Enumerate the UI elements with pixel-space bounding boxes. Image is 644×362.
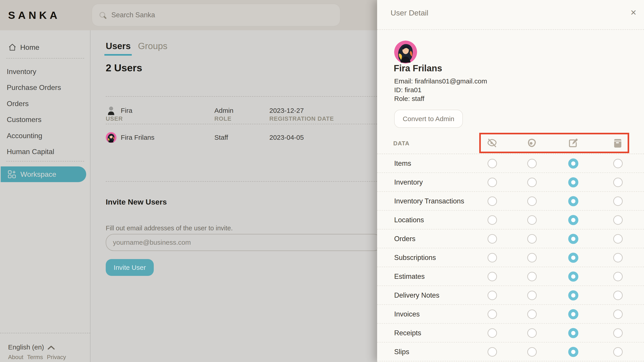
permission-row: Estimates [377, 267, 644, 286]
tab-users-active[interactable]: Users [106, 41, 131, 51]
table-divider [106, 96, 377, 97]
permission-radio-hide[interactable] [488, 215, 497, 225]
permission-radio-view[interactable] [527, 234, 537, 244]
permission-radio-archive[interactable] [613, 253, 623, 262]
search-input[interactable] [111, 4, 327, 26]
sidebar-item-human-capital[interactable]: Human Capital [0, 144, 90, 159]
sidebar: Home Inventory Purchase Orders Orders Cu… [0, 30, 90, 362]
permission-radio-archive[interactable] [613, 272, 623, 281]
permission-radio-edit[interactable] [568, 234, 578, 244]
permission-radio-archive[interactable] [613, 178, 623, 187]
permission-radio-view[interactable] [527, 253, 537, 262]
sidebar-item-accounting[interactable]: Accounting [0, 128, 90, 144]
permission-row: Receipts [377, 324, 644, 343]
permission-radio-archive[interactable] [613, 159, 623, 168]
sanka-logo[interactable]: SANKA [8, 0, 60, 30]
user-detail-panel: User Detail ✕ Fira Frilans Email: firafr… [377, 0, 644, 362]
sidebar-item-label: Orders [7, 96, 29, 111]
permission-radio-view[interactable] [527, 196, 537, 206]
permission-radio-edit[interactable] [568, 196, 578, 206]
permission-radio-archive[interactable] [613, 328, 623, 338]
permission-radio-hide[interactable] [488, 178, 497, 187]
permission-row: Delivery Notes [377, 286, 644, 305]
permission-radio-view[interactable] [527, 291, 537, 300]
permission-radio-hide[interactable] [488, 234, 497, 244]
permission-row-label: Inventory [394, 173, 423, 192]
user-id: ID: fira01 [394, 85, 487, 94]
permission-radio-archive[interactable] [613, 310, 623, 319]
permission-radio-edit[interactable] [568, 272, 578, 282]
permission-radio-hide[interactable] [488, 291, 497, 300]
permission-radio-archive[interactable] [613, 291, 623, 300]
permission-radio-edit[interactable] [568, 347, 578, 357]
permission-radio-view[interactable] [527, 328, 537, 338]
tab-groups[interactable]: Groups [138, 41, 168, 51]
table-row[interactable]: Fira Frilans Staff 2023-04-05 [91, 127, 377, 148]
convert-to-admin-button[interactable]: Convert to Admin [394, 110, 463, 128]
permission-radio-archive[interactable] [613, 215, 623, 225]
footer-link-terms[interactable]: Terms [27, 354, 43, 361]
user-role: Admin [214, 100, 234, 121]
user-avatar [394, 40, 417, 63]
permission-row-label: Slips [394, 343, 409, 361]
permission-radio-hide[interactable] [488, 196, 497, 206]
permission-radio-view[interactable] [527, 272, 537, 281]
permission-radio-hide[interactable] [488, 272, 497, 281]
sidebar-item-customers[interactable]: Customers [0, 112, 90, 127]
permission-radio-view[interactable] [527, 215, 537, 225]
permission-radio-archive[interactable] [613, 234, 623, 244]
user-role: Staff [214, 127, 228, 148]
panel-title: User Detail [390, 8, 428, 17]
permission-radio-edit[interactable] [568, 159, 578, 169]
permission-radio-view[interactable] [527, 347, 537, 357]
home-icon [8, 43, 16, 51]
permission-radio-hide[interactable] [488, 310, 497, 319]
permission-radio-archive[interactable] [613, 347, 623, 357]
permission-radio-view[interactable] [527, 310, 537, 319]
permissions-highlight-box [479, 133, 629, 153]
permission-radio-edit[interactable] [568, 177, 578, 188]
registration-date: 2023-12-27 [269, 100, 304, 121]
sidebar-item-inventory[interactable]: Inventory [0, 64, 90, 79]
sidebar-item-label: Human Capital [7, 144, 54, 159]
registration-date: 2023-04-05 [269, 127, 304, 148]
sidebar-item-home[interactable]: Home [0, 39, 90, 55]
permission-radio-edit[interactable] [568, 253, 578, 263]
footer-link-privacy[interactable]: Privacy [47, 354, 66, 361]
sidebar-item-label: Accounting [7, 128, 42, 144]
permission-radio-hide[interactable] [488, 159, 497, 168]
permission-row: Inventory Transactions [377, 192, 644, 211]
permission-row-label: Locations [394, 211, 424, 229]
active-tab-underline [104, 54, 132, 56]
avatar-photo [106, 132, 116, 143]
permission-radio-edit[interactable] [568, 215, 578, 225]
sidebar-item-purchase-orders[interactable]: Purchase Orders [0, 80, 90, 95]
table-row[interactable]: Fira Admin 2023-12-27 [91, 100, 377, 121]
search-box[interactable] [92, 4, 340, 26]
invite-user-button[interactable]: Invite User [106, 259, 154, 276]
close-icon[interactable]: ✕ [628, 7, 639, 18]
permission-radio-archive[interactable] [613, 196, 623, 206]
permission-radio-hide[interactable] [488, 253, 497, 262]
language-selector[interactable]: English (en) [8, 341, 53, 354]
permission-radio-hide[interactable] [488, 347, 497, 357]
sidebar-footer-divider [0, 333, 90, 333]
footer-link-about[interactable]: About [8, 354, 23, 361]
invite-email-input[interactable] [106, 234, 382, 251]
language-label: English (en) [8, 343, 44, 351]
permission-radio-edit[interactable] [568, 328, 578, 338]
permission-radio-edit[interactable] [568, 291, 578, 301]
permission-row-label: Invoices [394, 305, 420, 324]
sidebar-item-label: Purchase Orders [7, 80, 61, 95]
permission-radio-view[interactable] [527, 159, 537, 168]
permission-radio-hide[interactable] [488, 328, 497, 338]
permission-radio-view[interactable] [527, 178, 537, 187]
sidebar-item-workspace-active[interactable]: Workspace [1, 166, 86, 182]
permission-row-label: Inventory Transactions [394, 192, 464, 211]
permission-row-label: Estimates [394, 267, 425, 286]
search-icon [99, 12, 107, 19]
sidebar-item-orders[interactable]: Orders [0, 96, 90, 111]
permission-radio-edit[interactable] [568, 309, 578, 319]
permission-row-label: Items [394, 154, 411, 173]
permission-row: Subscriptions [377, 248, 644, 267]
